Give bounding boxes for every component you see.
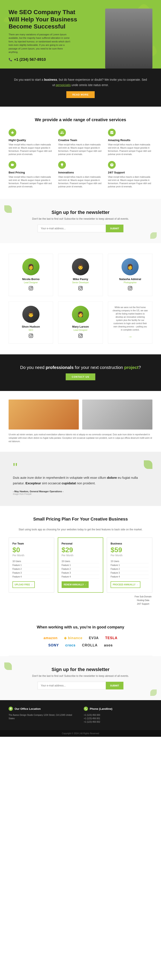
team-role-1: Senior Developer	[61, 282, 100, 284]
team-instagram-4[interactable]	[61, 333, 100, 339]
plan-button-2[interactable]: Proceed Annually →	[111, 581, 140, 588]
footer-office-text: The Aweso Design Studio Company 1234 Str…	[9, 713, 77, 720]
newsletter-section: Sign up for the newsletter Don't be the …	[0, 199, 161, 243]
team-name-0: Nicola Borno	[11, 277, 51, 281]
pricing-subtitle: Start using tools app as choosing for yo…	[9, 528, 152, 531]
partners-logos-row2: SONY crocs CROLLA asos	[9, 643, 152, 647]
newsletter2-form: SUBMIT	[37, 682, 124, 689]
plan-button-0[interactable]: Upload Free →	[13, 581, 35, 588]
service-desc-5: Vitae excipit tellus mauris a diam males…	[108, 175, 152, 188]
pricing-card-personal: Personal $29 Per Month 15 Users Feature …	[58, 538, 103, 593]
pricing-right-feature-2: 24/7 Support	[135, 602, 151, 606]
footer-phone-col: Phone (Landline) +1 (123) 456 000 +1 (12…	[84, 706, 152, 724]
team-grid-row2: 👨 Shon Hudson SEO 👩 Mary Larson Lead Des…	[9, 301, 152, 344]
plan-name-0: For Team	[13, 542, 50, 545]
plan-price-2: $59 Per Month	[111, 546, 148, 557]
team-avatar-2: 👩	[121, 258, 138, 275]
newsletter-submit-button[interactable]: SUBMIT	[106, 224, 124, 232]
team-role-0: Lead Designer	[11, 282, 51, 284]
newsletter2-email-input[interactable]	[37, 682, 106, 689]
plan-features-2: 15 Users Feature 1 Feature 2 Feature 3 F…	[111, 560, 148, 579]
service-name-4: Innovations	[58, 171, 103, 174]
partners-section: When working with us, you're in good com…	[0, 616, 161, 656]
team-instagram-2[interactable]	[110, 286, 150, 292]
partners-title: When working with us, you're in good com…	[9, 625, 152, 630]
footer-phone-title: Phone (Landline)	[84, 706, 152, 711]
svg-point-14	[81, 334, 82, 335]
contact-us-button[interactable]: CONTACT US	[66, 374, 95, 380]
pricing-right-feature-0: Free Sub-Domain	[135, 595, 151, 598]
plan-button-1[interactable]: Renew Annually →	[61, 581, 89, 588]
service-name-3: Best Pricing	[9, 171, 53, 174]
pricing-grid: For Team $0 Per Month 10 Users Feature 1…	[9, 538, 152, 593]
hero-section: We SEO Company That Will Help Your Busin…	[0, 0, 161, 68]
results-icon	[108, 129, 116, 137]
svg-rect-9	[29, 334, 33, 338]
phone-icon	[84, 706, 88, 711]
team-instagram-3[interactable]	[11, 333, 51, 339]
team-instagram-1[interactable]	[61, 286, 100, 292]
testimonial-text: Duis aute irure dolor in reprehenderit i…	[13, 475, 148, 486]
service-card-innovations: Innovations Vitae excipit tellus mauris …	[58, 161, 103, 188]
plan-name-2: Business	[111, 542, 148, 545]
showcase-section: Ut enim ad minim veniam, quis nostrud ex…	[0, 391, 161, 452]
plan-price-0: $0 Per Month	[13, 546, 50, 557]
service-card-pricing: Best Pricing Vitae excipit tellus mauris…	[9, 161, 53, 188]
innovations-icon	[58, 161, 66, 169]
services-section: We provide a wide range of creative serv…	[0, 107, 161, 199]
partner-asos: asos	[104, 643, 113, 647]
service-name-5: 24/7 Support	[108, 171, 152, 174]
quote-mark: "	[13, 463, 148, 473]
service-name-1: Creative Team	[58, 138, 103, 142]
plan-features-0: 10 Users Feature 1 Feature 2 Feature 3 F…	[13, 560, 50, 579]
pricing-card-team: For Team $0 Per Month 10 Users Feature 1…	[9, 538, 54, 593]
team-name-3: Shon Hudson	[11, 325, 51, 328]
read-more-button[interactable]: READ MORE	[66, 91, 95, 98]
partner-tesla: TESLA	[105, 636, 118, 640]
professionals-section: Do you need professionals for your next …	[0, 354, 161, 391]
about-text: Do you want to start a business, but do …	[13, 77, 148, 88]
services-grid: Hight Quality Vitae excipit tellus mauri…	[9, 129, 152, 188]
support-icon	[108, 161, 116, 169]
svg-rect-3	[79, 286, 82, 290]
team-avatar-0: 👩	[23, 258, 40, 275]
team-arrow-button[interactable]: →	[113, 334, 148, 339]
service-desc-1: Vitae excipit tellus mauris a diam males…	[58, 143, 103, 156]
pricing-right-feature-1: Hosting Data	[135, 598, 151, 602]
testimonial-section: " Duis aute irure dolor in reprehenderit…	[0, 452, 161, 506]
service-desc-3: Vitae excipit tellus mauris a diam males…	[9, 175, 53, 188]
newsletter2-submit-button[interactable]: SUBMIT	[106, 682, 124, 689]
service-card-team: Creative Team Vitae excipit tellus mauri…	[58, 129, 103, 156]
service-desc-4: Vitae excipit tellus mauris a diam males…	[58, 175, 103, 188]
pricing-card-business: Business $59 Per Month 15 Users Feature …	[107, 538, 152, 593]
testimonial-author: - May Hawkes, General Manager Operations…	[13, 490, 148, 495]
hero-phone[interactable]: +1 (234) 567-8910	[9, 57, 80, 62]
services-title: We provide a wide range of creative serv…	[9, 117, 152, 122]
plan-name-1: Personal	[61, 542, 100, 545]
newsletter2-title: Sign up for the newsletter	[13, 667, 148, 672]
svg-rect-12	[79, 334, 82, 338]
svg-rect-0	[29, 286, 33, 290]
team-instagram-0[interactable]	[11, 286, 51, 292]
hero-description: There are many variations of passages of…	[9, 33, 73, 54]
pricing-title: Small Pricing Plan For Your Creative Bus…	[9, 517, 152, 522]
partner-binance: ◈ binance	[64, 636, 82, 640]
partners-logos: amazon ◈ binance EV3A TESLA	[9, 636, 152, 640]
team-role-2: Photographer	[110, 282, 150, 284]
team-card-1: 👨 Mike Paony Senior Developer	[58, 254, 103, 296]
svg-point-13	[79, 335, 81, 337]
svg-rect-6	[128, 286, 132, 290]
team-avatar-4: 👩	[72, 306, 89, 323]
newsletter-subtitle: Don't be the last to find out! Subscribe…	[13, 217, 148, 220]
pricing-icon	[9, 161, 16, 169]
svg-point-7	[129, 287, 131, 289]
service-card-quality: Hight Quality Vitae excipit tellus mauri…	[9, 129, 53, 156]
newsletter-leaf-1	[4, 205, 12, 213]
team-card-3: 👨 Shon Hudson SEO	[9, 301, 53, 344]
newsletter-email-input[interactable]	[37, 224, 106, 232]
testimonial-leaf	[144, 460, 152, 469]
service-desc-2: Vitae excipit tellus mauris a diam males…	[108, 143, 152, 156]
showcase-image-lines	[82, 399, 152, 430]
newsletter2-subtitle: Don't be the last to find out! Subscribe…	[13, 675, 148, 678]
team-text-content: While we were not the first home cleanin…	[113, 306, 148, 331]
